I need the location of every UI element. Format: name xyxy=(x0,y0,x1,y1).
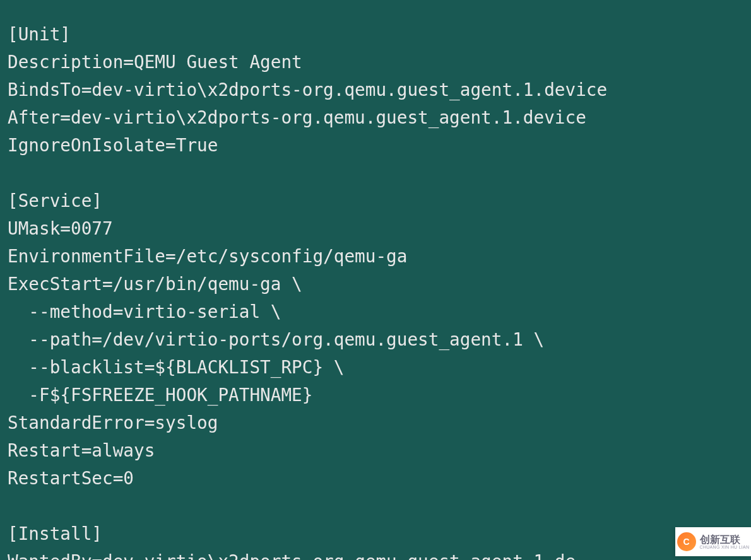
watermark-chinese-text: 创新互联 xyxy=(700,535,750,545)
watermark-logo-icon: C xyxy=(677,532,696,551)
watermark-text: 创新互联 CHUANG XIN HU LIAN xyxy=(700,535,750,549)
watermark-badge: C 创新互联 CHUANG XIN HU LIAN xyxy=(675,527,751,556)
watermark-english-text: CHUANG XIN HU LIAN xyxy=(700,545,750,549)
systemd-unit-file-content: [Unit] Description=QEMU Guest Agent Bind… xyxy=(0,18,751,560)
